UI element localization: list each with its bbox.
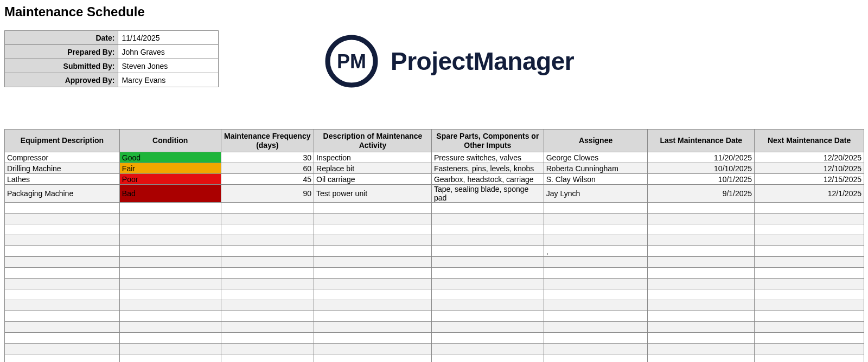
cell-activity[interactable]	[314, 279, 432, 289]
cell-last-date[interactable]: 10/1/2025	[648, 174, 755, 185]
cell-assignee[interactable]	[544, 354, 648, 363]
cell-activity[interactable]: Inspection	[314, 152, 432, 163]
cell-assignee[interactable]	[544, 268, 648, 279]
cell-next-date[interactable]	[755, 311, 864, 322]
cell-condition[interactable]	[119, 333, 221, 344]
cell-frequency[interactable]	[221, 344, 314, 354]
cell-condition[interactable]	[119, 279, 221, 289]
cell-next-date[interactable]	[755, 224, 864, 235]
cell-equipment[interactable]	[5, 354, 120, 363]
cell-condition[interactable]: Good	[119, 152, 221, 163]
cell-frequency[interactable]	[221, 333, 314, 344]
cell-frequency[interactable]	[221, 268, 314, 279]
cell-next-date[interactable]	[755, 246, 864, 257]
cell-condition[interactable]	[119, 257, 221, 268]
cell-equipment[interactable]	[5, 279, 120, 289]
cell-next-date[interactable]: 12/15/2025	[755, 174, 864, 185]
cell-activity[interactable]	[314, 289, 432, 300]
cell-parts[interactable]	[431, 333, 544, 344]
cell-last-date[interactable]: 11/20/2025	[648, 152, 755, 163]
cell-condition[interactable]	[119, 214, 221, 224]
cell-assignee[interactable]	[544, 289, 648, 300]
cell-last-date[interactable]	[648, 354, 755, 363]
cell-equipment[interactable]	[5, 289, 120, 300]
cell-equipment[interactable]: Packaging Machine	[5, 185, 120, 203]
cell-condition[interactable]	[119, 354, 221, 363]
cell-assignee[interactable]	[544, 279, 648, 289]
cell-frequency[interactable]	[221, 246, 314, 257]
cell-frequency[interactable]	[221, 289, 314, 300]
cell-frequency[interactable]	[221, 300, 314, 311]
cell-next-date[interactable]	[755, 235, 864, 246]
cell-next-date[interactable]	[755, 203, 864, 214]
cell-condition[interactable]	[119, 344, 221, 354]
meta-approved-value[interactable]: Marcy Evans	[118, 73, 219, 87]
cell-next-date[interactable]	[755, 214, 864, 224]
cell-frequency[interactable]	[221, 235, 314, 246]
cell-condition[interactable]	[119, 246, 221, 257]
cell-equipment[interactable]: Compressor	[5, 152, 120, 163]
cell-next-date[interactable]	[755, 322, 864, 333]
cell-last-date[interactable]	[648, 246, 755, 257]
cell-parts[interactable]	[431, 257, 544, 268]
cell-activity[interactable]	[314, 214, 432, 224]
cell-condition[interactable]	[119, 224, 221, 235]
cell-last-date[interactable]	[648, 203, 755, 214]
cell-condition[interactable]: Poor	[119, 174, 221, 185]
cell-condition[interactable]: Fair	[119, 163, 221, 174]
cell-equipment[interactable]	[5, 300, 120, 311]
cell-frequency[interactable]: 90	[221, 185, 314, 203]
cell-assignee[interactable]	[544, 311, 648, 322]
cell-last-date[interactable]	[648, 279, 755, 289]
cell-frequency[interactable]	[221, 279, 314, 289]
cell-last-date[interactable]	[648, 344, 755, 354]
cell-next-date[interactable]	[755, 257, 864, 268]
cell-parts[interactable]	[431, 279, 544, 289]
cell-equipment[interactable]: Drilling Machine	[5, 163, 120, 174]
cell-last-date[interactable]	[648, 224, 755, 235]
cell-assignee[interactable]	[544, 214, 648, 224]
cell-frequency[interactable]	[221, 203, 314, 214]
cell-assignee[interactable]: ,	[544, 246, 648, 257]
meta-date-value[interactable]: 11/14/2025	[118, 31, 219, 45]
cell-last-date[interactable]	[648, 268, 755, 279]
cell-condition[interactable]	[119, 235, 221, 246]
cell-equipment[interactable]	[5, 224, 120, 235]
cell-equipment[interactable]	[5, 257, 120, 268]
cell-assignee[interactable]	[544, 333, 648, 344]
cell-assignee[interactable]	[544, 344, 648, 354]
cell-activity[interactable]	[314, 224, 432, 235]
cell-condition[interactable]	[119, 268, 221, 279]
cell-frequency[interactable]: 45	[221, 174, 314, 185]
cell-next-date[interactable]: 12/20/2025	[755, 152, 864, 163]
cell-parts[interactable]: Fasteners, pins, levels, knobs	[431, 163, 544, 174]
meta-submitted-value[interactable]: Steven Jones	[118, 59, 219, 73]
cell-last-date[interactable]	[648, 214, 755, 224]
cell-assignee[interactable]	[544, 235, 648, 246]
cell-frequency[interactable]: 60	[221, 163, 314, 174]
cell-next-date[interactable]	[755, 300, 864, 311]
cell-frequency[interactable]	[221, 311, 314, 322]
cell-equipment[interactable]	[5, 322, 120, 333]
cell-parts[interactable]	[431, 322, 544, 333]
cell-parts[interactable]	[431, 354, 544, 363]
cell-activity[interactable]	[314, 333, 432, 344]
cell-assignee[interactable]	[544, 224, 648, 235]
cell-equipment[interactable]	[5, 203, 120, 214]
cell-equipment[interactable]	[5, 344, 120, 354]
cell-assignee[interactable]	[544, 203, 648, 214]
cell-last-date[interactable]	[648, 257, 755, 268]
cell-parts[interactable]	[431, 300, 544, 311]
cell-frequency[interactable]: 30	[221, 152, 314, 163]
cell-last-date[interactable]: 10/10/2025	[648, 163, 755, 174]
cell-parts[interactable]	[431, 224, 544, 235]
cell-assignee[interactable]	[544, 257, 648, 268]
cell-activity[interactable]: Test power unit	[314, 185, 432, 203]
cell-frequency[interactable]	[221, 322, 314, 333]
cell-next-date[interactable]	[755, 344, 864, 354]
cell-condition[interactable]	[119, 289, 221, 300]
cell-next-date[interactable]	[755, 268, 864, 279]
cell-condition[interactable]: Bad	[119, 185, 221, 203]
cell-parts[interactable]	[431, 203, 544, 214]
cell-assignee[interactable]: S. Clay Wilson	[544, 174, 648, 185]
